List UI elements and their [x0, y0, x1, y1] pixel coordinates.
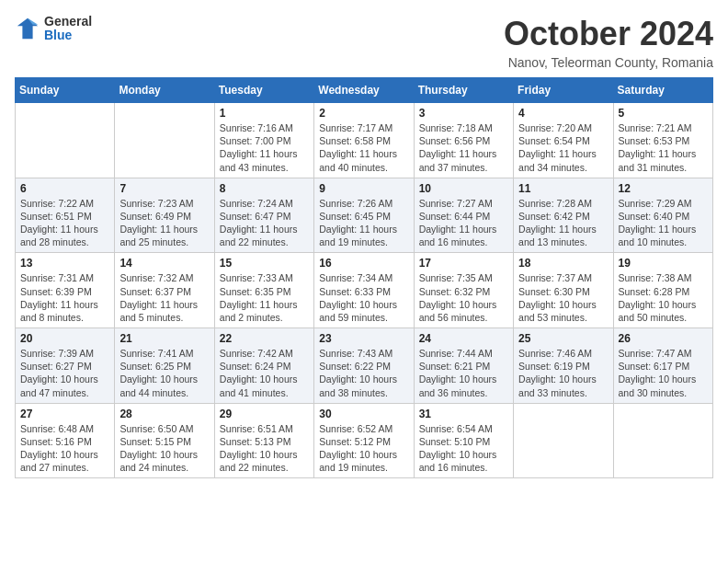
day-info: Sunrise: 7:35 AMSunset: 6:32 PMDaylight:… [419, 271, 508, 324]
day-info: Sunrise: 7:34 AMSunset: 6:33 PMDaylight:… [319, 271, 408, 324]
day-info: Sunrise: 7:46 AMSunset: 6:19 PMDaylight:… [518, 347, 608, 399]
day-number: 1 [220, 107, 309, 120]
calendar-cell [613, 403, 712, 478]
day-info: Sunrise: 7:33 AMSunset: 6:35 PMDaylight:… [220, 271, 309, 324]
day-info: Sunrise: 6:51 AMSunset: 5:13 PMDaylight:… [220, 422, 309, 475]
calendar-cell: 13Sunrise: 7:31 AMSunset: 6:39 PMDayligh… [16, 253, 115, 328]
month-title: October 2024 [504, 15, 713, 53]
day-number: 10 [419, 182, 508, 195]
day-number: 23 [319, 332, 408, 345]
calendar-header-wednesday: Wednesday [314, 78, 414, 103]
day-info: Sunrise: 7:21 AMSunset: 6:53 PMDaylight:… [619, 121, 708, 174]
calendar-header-monday: Monday [115, 78, 214, 103]
svg-marker-0 [17, 18, 38, 39]
day-number: 30 [319, 408, 408, 420]
day-info: Sunrise: 7:47 AMSunset: 6:17 PMDaylight:… [619, 347, 708, 399]
calendar-cell: 23Sunrise: 7:43 AMSunset: 6:22 PMDayligh… [314, 328, 414, 404]
location: Nanov, Teleorman County, Romania [504, 55, 713, 70]
calendar-header-friday: Friday [514, 78, 613, 103]
day-number: 15 [220, 257, 309, 270]
calendar-cell: 7Sunrise: 7:23 AMSunset: 6:49 PMDaylight… [115, 178, 214, 253]
day-info: Sunrise: 7:23 AMSunset: 6:49 PMDaylight:… [119, 197, 209, 249]
logo-icon [15, 16, 40, 41]
day-info: Sunrise: 7:39 AMSunset: 6:27 PMDaylight:… [20, 347, 109, 399]
day-number: 26 [619, 332, 708, 345]
day-info: Sunrise: 7:22 AMSunset: 6:51 PMDaylight:… [20, 197, 109, 249]
day-info: Sunrise: 7:41 AMSunset: 6:25 PMDaylight:… [119, 347, 209, 399]
calendar-header-sunday: Sunday [16, 78, 115, 103]
day-info: Sunrise: 7:27 AMSunset: 6:44 PMDaylight:… [419, 197, 508, 249]
calendar-cell: 17Sunrise: 7:35 AMSunset: 6:32 PMDayligh… [414, 253, 513, 328]
calendar-cell: 28Sunrise: 6:50 AMSunset: 5:15 PMDayligh… [115, 403, 214, 478]
day-number: 14 [119, 257, 209, 270]
calendar-cell: 27Sunrise: 6:48 AMSunset: 5:16 PMDayligh… [16, 403, 115, 478]
day-info: Sunrise: 7:16 AMSunset: 7:00 PMDaylight:… [220, 121, 309, 174]
day-info: Sunrise: 7:32 AMSunset: 6:37 PMDaylight:… [119, 271, 209, 324]
calendar-header-thursday: Thursday [414, 78, 513, 103]
calendar-cell: 3Sunrise: 7:18 AMSunset: 6:56 PMDaylight… [414, 103, 513, 178]
day-number: 25 [518, 332, 608, 345]
calendar-cell: 25Sunrise: 7:46 AMSunset: 6:19 PMDayligh… [514, 328, 613, 404]
day-info: Sunrise: 7:31 AMSunset: 6:39 PMDaylight:… [20, 271, 109, 324]
calendar-week-1: 1Sunrise: 7:16 AMSunset: 7:00 PMDaylight… [16, 103, 713, 178]
day-info: Sunrise: 7:29 AMSunset: 6:40 PMDaylight:… [619, 197, 708, 249]
calendar-cell: 8Sunrise: 7:24 AMSunset: 6:47 PMDaylight… [214, 178, 313, 253]
day-info: Sunrise: 6:48 AMSunset: 5:16 PMDaylight:… [20, 422, 109, 475]
calendar-cell: 31Sunrise: 6:54 AMSunset: 5:10 PMDayligh… [414, 403, 513, 478]
day-number: 6 [20, 182, 109, 195]
calendar-week-4: 20Sunrise: 7:39 AMSunset: 6:27 PMDayligh… [16, 328, 713, 404]
day-info: Sunrise: 7:28 AMSunset: 6:42 PMDaylight:… [518, 197, 608, 249]
calendar-header-row: SundayMondayTuesdayWednesdayThursdayFrid… [16, 78, 713, 103]
calendar-cell: 4Sunrise: 7:20 AMSunset: 6:54 PMDaylight… [514, 103, 613, 178]
calendar-table: SundayMondayTuesdayWednesdayThursdayFrid… [15, 77, 713, 478]
day-number: 22 [220, 332, 309, 345]
calendar-cell: 20Sunrise: 7:39 AMSunset: 6:27 PMDayligh… [16, 328, 115, 404]
calendar-cell: 11Sunrise: 7:28 AMSunset: 6:42 PMDayligh… [514, 178, 613, 253]
calendar-week-3: 13Sunrise: 7:31 AMSunset: 6:39 PMDayligh… [16, 253, 713, 328]
day-number: 7 [119, 182, 209, 195]
day-info: Sunrise: 7:20 AMSunset: 6:54 PMDaylight:… [518, 121, 608, 174]
day-number: 27 [20, 408, 109, 420]
day-info: Sunrise: 6:54 AMSunset: 5:10 PMDaylight:… [419, 422, 508, 475]
calendar-header-tuesday: Tuesday [214, 78, 313, 103]
day-number: 29 [220, 408, 309, 420]
logo-general: General [44, 15, 92, 29]
day-number: 16 [319, 257, 408, 270]
day-number: 19 [619, 257, 708, 270]
calendar-cell [16, 103, 115, 178]
day-info: Sunrise: 7:38 AMSunset: 6:28 PMDaylight:… [619, 271, 708, 324]
calendar-cell: 15Sunrise: 7:33 AMSunset: 6:35 PMDayligh… [214, 253, 313, 328]
day-number: 9 [319, 182, 408, 195]
day-info: Sunrise: 7:24 AMSunset: 6:47 PMDaylight:… [220, 197, 309, 249]
day-number: 3 [419, 107, 508, 120]
calendar-week-5: 27Sunrise: 6:48 AMSunset: 5:16 PMDayligh… [16, 403, 713, 478]
day-number: 13 [20, 257, 109, 270]
page-header: General Blue October 2024 Nanov, Teleorm… [15, 15, 713, 70]
calendar-cell: 19Sunrise: 7:38 AMSunset: 6:28 PMDayligh… [613, 253, 712, 328]
logo-blue: Blue [44, 29, 92, 42]
day-info: Sunrise: 7:37 AMSunset: 6:30 PMDaylight:… [518, 271, 608, 324]
day-info: Sunrise: 7:44 AMSunset: 6:21 PMDaylight:… [419, 347, 508, 399]
day-info: Sunrise: 7:43 AMSunset: 6:22 PMDaylight:… [319, 347, 408, 399]
calendar-cell [514, 403, 613, 478]
calendar-header-saturday: Saturday [613, 78, 712, 103]
day-info: Sunrise: 7:42 AMSunset: 6:24 PMDaylight:… [220, 347, 309, 399]
calendar-week-2: 6Sunrise: 7:22 AMSunset: 6:51 PMDaylight… [16, 178, 713, 253]
calendar-cell: 6Sunrise: 7:22 AMSunset: 6:51 PMDaylight… [16, 178, 115, 253]
day-number: 8 [220, 182, 309, 195]
day-info: Sunrise: 6:50 AMSunset: 5:15 PMDaylight:… [119, 422, 209, 475]
calendar-cell: 16Sunrise: 7:34 AMSunset: 6:33 PMDayligh… [314, 253, 414, 328]
day-info: Sunrise: 7:18 AMSunset: 6:56 PMDaylight:… [419, 121, 508, 174]
day-number: 5 [619, 107, 708, 120]
logo-text: General Blue [44, 15, 92, 43]
calendar-cell: 10Sunrise: 7:27 AMSunset: 6:44 PMDayligh… [414, 178, 513, 253]
logo: General Blue [15, 15, 92, 43]
calendar-cell [115, 103, 214, 178]
day-info: Sunrise: 7:26 AMSunset: 6:45 PMDaylight:… [319, 197, 408, 249]
calendar-cell: 2Sunrise: 7:17 AMSunset: 6:58 PMDaylight… [314, 103, 414, 178]
day-number: 20 [20, 332, 109, 345]
calendar-cell: 5Sunrise: 7:21 AMSunset: 6:53 PMDaylight… [613, 103, 712, 178]
calendar-cell: 14Sunrise: 7:32 AMSunset: 6:37 PMDayligh… [115, 253, 214, 328]
day-number: 11 [518, 182, 608, 195]
day-number: 31 [419, 408, 508, 420]
